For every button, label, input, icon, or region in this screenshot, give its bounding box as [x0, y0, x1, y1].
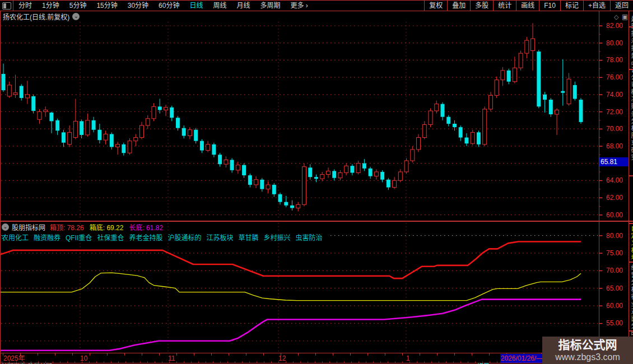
main-axis-label: 72.00 [601, 108, 628, 116]
strip-text-active: 自定义板块 [629, 225, 633, 262]
main-axis-label: 74.00 [601, 91, 628, 99]
toolbar-button-画线[interactable]: 画线 [516, 1, 539, 11]
diamond-icon[interactable]: ◇ [614, 13, 618, 21]
panel-toggle-icon [2, 2, 11, 10]
toolbar-button-复权[interactable]: 复权 [424, 1, 447, 11]
period-tab-60分钟[interactable]: 60分钟 [153, 1, 184, 11]
date-axis-label: 12 [278, 354, 286, 362]
main-axis-label: 82.00 [601, 22, 628, 30]
right-side-strip[interactable]: 最新提示操盘必读公司概况财务分析股东研究 自定义板块 经营分析行业对比分时走势 [629, 11, 633, 364]
period-tab-分时[interactable]: 分时 [13, 1, 37, 11]
concept-tag-QFII重仓[interactable]: QFII重仓 [66, 232, 92, 242]
concept-tag-乡村振兴[interactable]: 乡村振兴 [263, 232, 290, 242]
date-axis-label: 10 [80, 354, 87, 362]
period-tabs: 分时1分钟5分钟15分钟30分钟60分钟日线周线月线多周期更多 › [13, 1, 424, 11]
sub-axis-label: 65.00 [601, 284, 628, 292]
watermark-url: www.zbgs3.com [555, 352, 620, 362]
indicator-field: 箱底: 69.22 [90, 222, 124, 232]
strip-divider [629, 262, 633, 263]
strip-divider [629, 223, 633, 224]
top-toolbar: 分时1分钟5分钟15分钟30分钟60分钟日线周线月线多周期更多 › 复权叠加多股… [0, 0, 633, 11]
strip-divider [629, 330, 633, 332]
watermark-title: 指标公式网 [558, 338, 617, 352]
main-axis-label: 76.00 [601, 73, 628, 81]
period-tab-更多 ›[interactable]: 更多 › [286, 1, 313, 11]
indicator-field: 长底: 61.82 [129, 222, 163, 232]
sub-axis-label: 60.00 [601, 302, 628, 310]
period-tab-日线[interactable]: 日线 [184, 1, 208, 11]
sub-axis-label: 80.00 [601, 232, 628, 240]
concept-tag-沪股通标的[interactable]: 沪股通标的 [167, 232, 201, 242]
toolbar-button-叠加[interactable]: 叠加 [447, 1, 470, 11]
indicator-source[interactable]: 股朋指标网 [12, 222, 45, 232]
pane-divider [0, 221, 633, 222]
concept-tag-农用化工[interactable]: 农用化工 [2, 232, 29, 242]
timeline-top-border [0, 353, 633, 353]
sub-axis-label: 70.00 [601, 267, 628, 274]
toolbar-button-统计[interactable]: 统计 [493, 1, 516, 11]
toolbar-right-buttons: 复权叠加多股统计画线F10标记+自选返回 [424, 1, 633, 11]
strip-divider [629, 69, 633, 70]
indicator-values: 箱顶: 78.26箱底: 69.22长底: 61.82 [50, 222, 169, 232]
axis-separator [599, 11, 599, 364]
period-tab-5分钟[interactable]: 5分钟 [64, 1, 92, 11]
date-axis-label: 11 [168, 354, 175, 362]
main-axis-label: 60.00 [601, 211, 628, 219]
period-tab-月线[interactable]: 月线 [232, 1, 255, 11]
toolbar-button-+自选[interactable]: +自选 [583, 1, 610, 11]
main-axis-label: 62.00 [601, 194, 628, 202]
main-axis-label: 78.00 [601, 56, 628, 64]
toolbar-button-多股[interactable]: 多股 [470, 1, 493, 11]
period-tab-1分钟[interactable]: 1分钟 [37, 1, 64, 11]
period-tab-30分钟[interactable]: 30分钟 [123, 1, 153, 11]
chart-canvas[interactable] [0, 0, 633, 364]
chart-title-row: 扬农化工(日线.前复权) ⌄ [3, 12, 80, 21]
toolbar-button-返回[interactable]: 返回 [610, 1, 633, 11]
concept-tag-养老金持股[interactable]: 养老金持股 [129, 232, 162, 242]
sub-axis-label: 55.00 [601, 319, 628, 327]
strip-text: 最新提示操盘必读公司概况财务分析股东研究 [629, 16, 633, 161]
main-axis-label: 68.00 [601, 142, 628, 150]
last-price-tag: 65.81 [599, 157, 628, 166]
date-axis-label: 2025年 [3, 354, 25, 362]
concept-tag-江苏板块[interactable]: 江苏板块 [206, 232, 233, 242]
highlighted-date-tag: 2026/01/26/— [500, 354, 543, 363]
watermark-badge: 指标公式网 www.zbgs3.com [542, 337, 633, 364]
strip-divider [629, 26, 633, 27]
indicator-field: 箱顶: 78.26 [50, 222, 84, 232]
panel-icon[interactable]: ▣ [622, 13, 628, 21]
concept-tag-草甘膦[interactable]: 草甘膦 [238, 232, 258, 242]
chevron-down-icon[interactable]: ⌄ [2, 223, 9, 231]
concept-tag-融资融券[interactable]: 融资融券 [34, 232, 60, 242]
main-axis-label: 80.00 [601, 39, 628, 47]
page-title: 扬农化工(日线.前复权) [3, 12, 69, 21]
strip-divider [629, 175, 633, 176]
concept-tag-社保重仓[interactable]: 社保重仓 [97, 232, 124, 242]
chevron-down-icon[interactable]: ⌄ [72, 13, 80, 20]
period-tab-15分钟[interactable]: 15分钟 [91, 1, 122, 11]
left-border [0, 11, 1, 364]
period-tab-多周期[interactable]: 多周期 [255, 1, 286, 11]
sub-axis-label: 75.00 [601, 249, 628, 257]
period-tab-周线[interactable]: 周线 [208, 1, 231, 11]
layout-toggle-button[interactable] [0, 1, 13, 11]
concept-tags: 农用化工融资融券QFII重仓社保重仓养老金持股沪股通标的江苏板块草甘膦乡村振兴虫… [2, 233, 329, 241]
main-axis-label: 70.00 [601, 125, 628, 133]
main-axis-label: 64.00 [601, 176, 628, 184]
indicator-header: ⌄ 股朋指标网 箱顶: 78.26箱底: 69.22长底: 61.82 [2, 223, 169, 231]
toolbar-button-标记[interactable]: 标记 [560, 1, 583, 11]
concept-tag-虫害防治[interactable]: 虫害防治 [295, 232, 322, 242]
date-axis-label: 1 [406, 354, 410, 362]
toolbar-button-F10[interactable]: F10 [539, 1, 560, 11]
